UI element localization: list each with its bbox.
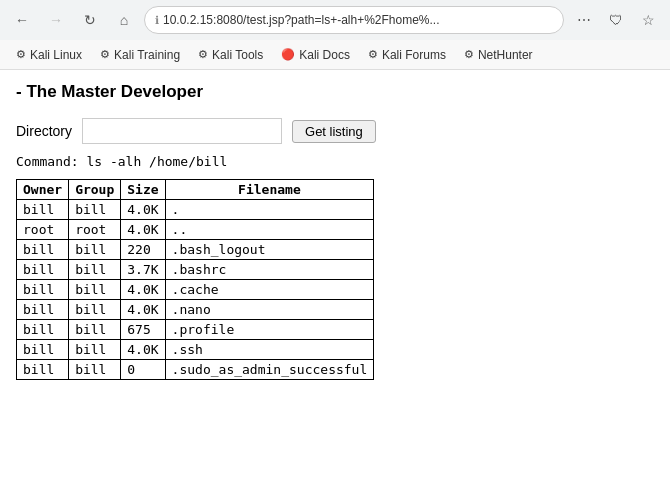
bookmark-kali-linux[interactable]: ⚙ Kali Linux [8, 46, 90, 64]
bookmarks-bar: ⚙ Kali Linux ⚙ Kali Training ⚙ Kali Tool… [0, 40, 670, 70]
address-bar[interactable]: ℹ 10.0.2.15:8080/test.jsp?path=ls+-alh+%… [144, 6, 564, 34]
cell-row7-col3: .ssh [165, 340, 374, 360]
cell-row8-col3: .sudo_as_admin_successful [165, 360, 374, 380]
table-row: billbill3.7K.bashrc [17, 260, 374, 280]
bookmark-kali-docs-label: Kali Docs [299, 48, 350, 62]
cell-row4-col1: bill [69, 280, 121, 300]
cell-row5-col2: 4.0K [121, 300, 165, 320]
nav-bar: ← → ↻ ⌂ ℹ 10.0.2.15:8080/test.jsp?path=l… [0, 0, 670, 40]
cell-row0-col3: . [165, 200, 374, 220]
bookmark-kali-training[interactable]: ⚙ Kali Training [92, 46, 188, 64]
cell-row6-col2: 675 [121, 320, 165, 340]
cell-row4-col0: bill [17, 280, 69, 300]
directory-row: Directory Get listing [16, 118, 654, 144]
kali-linux-icon: ⚙ [16, 48, 26, 61]
cell-row6-col3: .profile [165, 320, 374, 340]
cell-row1-col1: root [69, 220, 121, 240]
cell-row1-col0: root [17, 220, 69, 240]
cell-row3-col0: bill [17, 260, 69, 280]
cell-row4-col3: .cache [165, 280, 374, 300]
cell-row3-col2: 3.7K [121, 260, 165, 280]
bookmark-nethunter-label: NetHunter [478, 48, 533, 62]
cell-row6-col1: bill [69, 320, 121, 340]
more-options-button[interactable]: ⋯ [570, 6, 598, 34]
cell-row7-col1: bill [69, 340, 121, 360]
directory-label: Directory [16, 123, 72, 139]
page-content: - The Master Developer Directory Get lis… [0, 70, 670, 392]
col-group: Group [69, 180, 121, 200]
bookmark-kali-forums[interactable]: ⚙ Kali Forums [360, 46, 454, 64]
get-listing-button[interactable]: Get listing [292, 120, 376, 143]
cell-row8-col0: bill [17, 360, 69, 380]
cell-row7-col0: bill [17, 340, 69, 360]
table-row: billbill220.bash_logout [17, 240, 374, 260]
menu-icons: ⋯ 🛡 ☆ [570, 6, 662, 34]
cell-row4-col2: 4.0K [121, 280, 165, 300]
bookmark-star-button[interactable]: ☆ [634, 6, 662, 34]
cell-row5-col3: .nano [165, 300, 374, 320]
shield-button[interactable]: 🛡 [602, 6, 630, 34]
bookmark-nethunter[interactable]: ⚙ NetHunter [456, 46, 541, 64]
back-button[interactable]: ← [8, 6, 36, 34]
bookmark-kali-tools-label: Kali Tools [212, 48, 263, 62]
page-title: - The Master Developer [16, 82, 654, 102]
bookmark-kali-tools[interactable]: ⚙ Kali Tools [190, 46, 271, 64]
col-size: Size [121, 180, 165, 200]
table-row: billbill4.0K. [17, 200, 374, 220]
cell-row3-col1: bill [69, 260, 121, 280]
cell-row2-col1: bill [69, 240, 121, 260]
lock-icon: ℹ [155, 14, 159, 27]
cell-row3-col3: .bashrc [165, 260, 374, 280]
forward-button[interactable]: → [42, 6, 70, 34]
bookmark-kali-forums-label: Kali Forums [382, 48, 446, 62]
table-header-row: Owner Group Size Filename [17, 180, 374, 200]
kali-docs-icon: 🔴 [281, 48, 295, 61]
file-table: Owner Group Size Filename billbill4.0K.r… [16, 179, 374, 380]
cell-row2-col3: .bash_logout [165, 240, 374, 260]
directory-input[interactable] [82, 118, 282, 144]
home-button[interactable]: ⌂ [110, 6, 138, 34]
kali-forums-icon: ⚙ [368, 48, 378, 61]
cell-row8-col2: 0 [121, 360, 165, 380]
cell-row5-col1: bill [69, 300, 121, 320]
refresh-button[interactable]: ↻ [76, 6, 104, 34]
cell-row2-col2: 220 [121, 240, 165, 260]
table-row: billbill4.0K.cache [17, 280, 374, 300]
cell-row0-col2: 4.0K [121, 200, 165, 220]
nethunter-icon: ⚙ [464, 48, 474, 61]
url-text: 10.0.2.15:8080/test.jsp?path=ls+-alh+%2F… [163, 13, 553, 27]
table-row: rootroot4.0K.. [17, 220, 374, 240]
col-filename: Filename [165, 180, 374, 200]
table-row: billbill0.sudo_as_admin_successful [17, 360, 374, 380]
cell-row2-col0: bill [17, 240, 69, 260]
command-text: Command: ls -alh /home/bill [16, 154, 654, 169]
kali-training-icon: ⚙ [100, 48, 110, 61]
cell-row8-col1: bill [69, 360, 121, 380]
bookmark-kali-docs[interactable]: 🔴 Kali Docs [273, 46, 358, 64]
cell-row6-col0: bill [17, 320, 69, 340]
browser-chrome: ← → ↻ ⌂ ℹ 10.0.2.15:8080/test.jsp?path=l… [0, 0, 670, 70]
col-owner: Owner [17, 180, 69, 200]
table-row: billbill4.0K.ssh [17, 340, 374, 360]
cell-row0-col1: bill [69, 200, 121, 220]
cell-row7-col2: 4.0K [121, 340, 165, 360]
kali-tools-icon: ⚙ [198, 48, 208, 61]
table-row: billbill675.profile [17, 320, 374, 340]
cell-row0-col0: bill [17, 200, 69, 220]
cell-row5-col0: bill [17, 300, 69, 320]
cell-row1-col2: 4.0K [121, 220, 165, 240]
bookmark-kali-training-label: Kali Training [114, 48, 180, 62]
table-row: billbill4.0K.nano [17, 300, 374, 320]
cell-row1-col3: .. [165, 220, 374, 240]
bookmark-kali-linux-label: Kali Linux [30, 48, 82, 62]
